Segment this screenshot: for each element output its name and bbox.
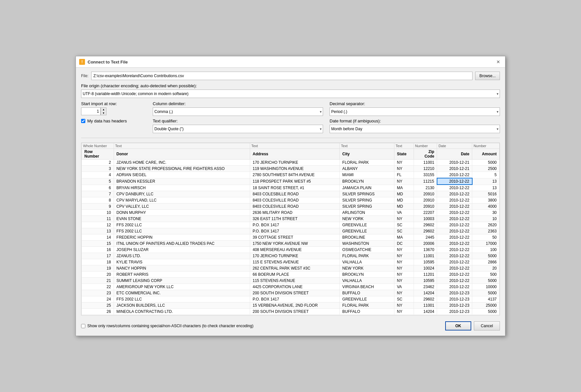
cell-row: 21	[82, 278, 114, 284]
cell-zip: 11201	[414, 272, 437, 278]
cell-donor: NEW YORK STATE PROFESSIONAL FIRE FIGHTER…	[114, 166, 250, 172]
browse-button[interactable]: Browse...	[475, 72, 500, 80]
cell-city: BROOKLYN	[340, 272, 394, 278]
cell-donor: MINEOLA CONTRACTING LTD.	[114, 309, 250, 315]
cell-city: BUFFALO	[340, 290, 394, 296]
cell-state: NY	[394, 216, 414, 222]
cell-amount: 500	[472, 272, 500, 278]
cell-state: MA	[394, 234, 414, 241]
cell-amount: 5000	[472, 253, 500, 259]
table-row: 18KYLIE TRAVIS115 E STEVENS AVENUEVALHAL…	[82, 259, 500, 265]
table-row: 15ITNL UNION OF PAINTERS AND ALLIED TRAD…	[82, 241, 500, 247]
encoding-section: File origin (character encoding; auto-de…	[81, 83, 500, 98]
cell-city: VIRGINIA BEACH	[340, 284, 394, 290]
cell-donor: FFS 2002 LLC	[114, 296, 250, 302]
cell-row: 14	[82, 234, 114, 241]
cell-row: 9	[82, 203, 114, 210]
cell-city: BROOKLYN	[340, 178, 394, 185]
cell-state: NY	[394, 253, 414, 259]
cell-city: BUFFALO	[340, 309, 394, 315]
table-row: 19NANCY HOPPIN262 CENTRAL PARK WEST #3CN…	[82, 265, 500, 272]
cell-zip: 10595	[414, 278, 437, 284]
cell-donor: CPV DANBURY, LLC	[114, 191, 250, 197]
decimal-select[interactable]: Period (.)	[330, 107, 500, 116]
cell-row: 4	[82, 172, 114, 178]
cell-amount: 10000	[472, 284, 500, 290]
cancel-button[interactable]: Cancel	[474, 321, 500, 330]
cell-row: 13	[82, 228, 114, 234]
cell-donor: DONN MURPHY	[114, 210, 250, 216]
ok-button[interactable]: OK	[445, 321, 471, 330]
th-amount: Amount	[472, 149, 500, 160]
delimiter-section: Column delimiter: Comma (,)	[153, 101, 323, 116]
cell-zip: 23462	[414, 284, 437, 290]
cell-amount: 3800	[472, 197, 500, 203]
table-row: 21SUMMIT LEASING CORP115 STEVENS AVENUEV…	[82, 278, 500, 284]
table-row: 6BRYAN HIRSCH18 SAINT ROSE STREET, #1JAM…	[82, 185, 500, 191]
table-row: 5BRANDON KESSLER118 PROSPECT PARK WEST #…	[82, 178, 500, 185]
table-row: 24FFS 2002 LLCP.O. BOX 1417GREENVILLESC2…	[82, 296, 500, 302]
th-type-row: Whole Number	[82, 143, 114, 149]
data-table-container[interactable]: Whole Number Text Text Text Text Number …	[81, 143, 500, 315]
delimiter-select[interactable]: Comma (,)	[153, 107, 323, 116]
cell-state: MD	[394, 191, 414, 197]
th-type-donor: Text	[114, 143, 250, 149]
cell-address: 4425 CORPORATION LANE	[250, 284, 339, 290]
cell-state: NY	[394, 272, 414, 278]
table-row: 13FFS 2002 LLCP.O. BOX 1417GREENVILLESC2…	[82, 228, 500, 234]
cell-address: P.O. BOX 1417	[250, 222, 339, 228]
encoding-select[interactable]: UTF-8 (variable-width Unicode; common in…	[81, 90, 500, 98]
cell-amount: 17000	[472, 241, 500, 247]
special-chars-label: Show only rows/columns containing specia…	[87, 324, 253, 328]
cell-date: 2010-12-22	[437, 210, 472, 216]
start-row-input[interactable]	[81, 107, 101, 115]
cell-amount: 2620	[472, 222, 500, 228]
cell-city: OSWEGATCHIE	[340, 247, 394, 253]
title-bar: ! Connect to Text File ✕	[76, 56, 505, 68]
cell-address: 170 JERICHO TURNPIKE	[250, 253, 339, 259]
cell-address: 18 SAINT ROSE STREET, #1	[250, 185, 339, 191]
cell-date: 2010-12-21	[437, 160, 472, 166]
cell-amount: 4137	[472, 296, 500, 302]
app-icon: !	[79, 59, 85, 65]
spinner-up[interactable]: ▲	[101, 108, 106, 111]
cell-address: 39 COTTAGE STREET	[250, 234, 339, 241]
file-path-input[interactable]	[91, 72, 473, 80]
cell-date: 2010-12-22	[437, 197, 472, 203]
cell-address: 8403 COLESVILLE ROAD	[250, 197, 339, 203]
cell-city: VALHALLA	[340, 278, 394, 284]
cell-address: 15 VERBENA AVENUE, 2ND FLOOR	[250, 302, 339, 309]
headers-checkbox[interactable]	[81, 119, 85, 123]
th-address: Address	[250, 149, 339, 160]
cell-address: 170 JERICHO TURNPIKE	[250, 160, 339, 166]
cell-address: 326 EAST 11TH STREET	[250, 216, 339, 222]
table-row: 2JZANUS HOME CARE, INC.170 JERICHO TURNP…	[82, 160, 500, 166]
cell-amount: 5000	[472, 278, 500, 284]
cell-address: 115 STEVENS AVENUE	[250, 278, 339, 284]
cell-row: 23	[82, 290, 114, 296]
cell-amount: 30	[472, 210, 500, 216]
cell-amount: 25000	[472, 302, 500, 309]
cell-date: 2010-12-22	[437, 191, 472, 197]
qualifier-select[interactable]: Double Quote (")	[153, 125, 323, 133]
cell-donor: NANCY HOPPIN	[114, 265, 250, 272]
th-type-date: Date	[437, 143, 472, 149]
cell-state: NY	[394, 160, 414, 166]
cell-amount: 5000	[472, 290, 500, 296]
cell-state: NY	[394, 290, 414, 296]
close-button[interactable]: ✕	[495, 58, 502, 65]
special-chars-checkbox[interactable]	[81, 324, 85, 328]
cell-donor: JACKSON BUILDERS, LLC	[114, 302, 250, 309]
date-format-select[interactable]: Month before Day	[330, 125, 500, 133]
cell-donor: FFS 2002 LLC	[114, 228, 250, 234]
spinner-down[interactable]: ▼	[101, 111, 106, 115]
cell-address: 1750 NEW YORK AVENUE NW	[250, 241, 339, 247]
cell-date: 2010-12-22	[437, 272, 472, 278]
row-spinner[interactable]: ▲ ▼	[101, 107, 106, 115]
cell-date: 2010-12-22	[437, 228, 472, 234]
cell-row: 24	[82, 296, 114, 302]
cell-row: 25	[82, 302, 114, 309]
cell-amount: 2500	[472, 166, 500, 172]
cell-donor: ITNL UNION OF PAINTERS AND ALLIED TRADES…	[114, 241, 250, 247]
cell-amount: 2363	[472, 228, 500, 234]
